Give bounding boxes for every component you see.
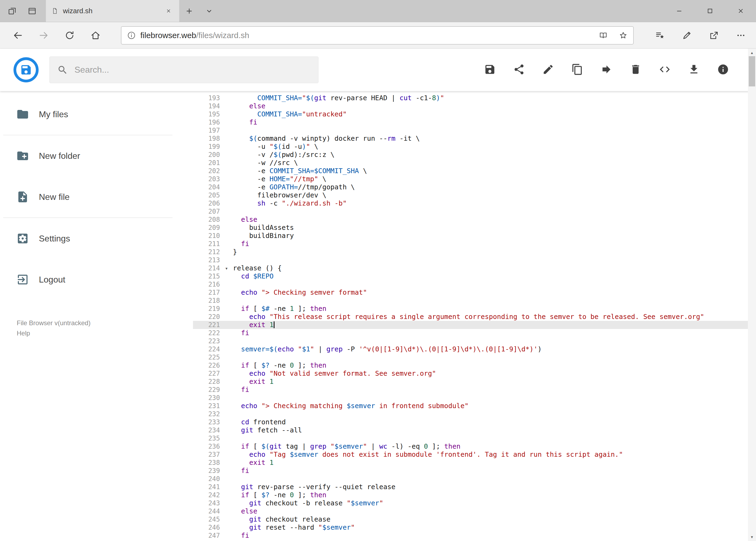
page-scrollbar[interactable]: ▲ ▼ [748,49,756,541]
code-line-247[interactable]: 247 fi [193,532,748,540]
code-line-211[interactable]: 211 fi [193,240,748,248]
code-line-194[interactable]: 194 else [193,102,748,110]
code-line-222[interactable]: 222 fi [193,329,748,337]
code-line-210[interactable]: 210 buildBinary [193,232,748,240]
download-button[interactable] [688,64,700,76]
code-line-201[interactable]: 201 -w //src \ [193,159,748,167]
sidebar-item-new-file[interactable]: New file [0,176,193,218]
rename-button[interactable] [542,64,554,76]
code-line-207[interactable]: 207 [193,208,748,216]
code-line-220[interactable]: 220 echo "This release script requires a… [193,313,748,321]
sidebar-item-settings[interactable]: Settings [0,218,193,259]
code-line-243[interactable]: 243 git checkout -b release "$semver" [193,499,748,507]
code-line-205[interactable]: 205 filebrowser/dev \ [193,191,748,199]
code-line-235[interactable]: 235 [193,434,748,442]
code-line-213[interactable]: 213 [193,256,748,264]
code-line-229[interactable]: 229 fi [193,386,748,394]
code-line-230[interactable]: 230 [193,394,748,402]
code-line-195[interactable]: 195 COMMIT_SHA="untracked" [193,110,748,118]
code-line-226[interactable]: 226 if [ $? -ne 0 ]; then [193,361,748,369]
delete-button[interactable] [630,64,641,76]
code-line-233[interactable]: 233 cd frontend [193,418,748,426]
code-line-223[interactable]: 223 [193,337,748,345]
code-line-197[interactable]: 197 [193,126,748,135]
sidebar-item-logout[interactable]: Logout [0,259,193,300]
code-line-239[interactable]: 239 fi [193,467,748,475]
copy-button[interactable] [571,64,583,76]
code-line-212[interactable]: 212} [193,248,748,256]
help-link[interactable]: Help [17,328,91,338]
scroll-up-arrow-icon[interactable]: ▲ [748,49,756,57]
tab-preview-icon[interactable] [22,0,42,22]
back-icon[interactable] [5,25,31,46]
code-line-234[interactable]: 234 git fetch --all [193,426,748,434]
code-line-225[interactable]: 225 [193,353,748,361]
minimize-button[interactable] [664,0,694,22]
code-line-214[interactable]: 214▾release () { [193,264,748,272]
set-tabs-aside-icon[interactable] [2,0,22,22]
code-line-237[interactable]: 237 echo "Tag $semver does not exist in … [193,450,748,459]
code-text: -v /$(pwd):/src:z \ [220,151,335,159]
code-line-219[interactable]: 219 if [ $# -ne 1 ]; then [193,305,748,313]
share-button[interactable] [513,64,525,76]
hub-favorites-icon[interactable] [650,25,670,46]
sidebar-item-new-folder[interactable]: New folder [0,135,193,176]
code-line-200[interactable]: 200 -v /$(pwd):/src:z \ [193,151,748,159]
site-info-icon[interactable] [127,31,136,40]
fold-arrow-icon[interactable]: ▾ [225,264,228,272]
forward-icon[interactable] [31,25,57,46]
code-line-245[interactable]: 245 git checkout release [193,515,748,523]
more-options-icon[interactable] [731,25,751,46]
code-line-196[interactable]: 196 fi [193,118,748,126]
scrollbar-thumb[interactable] [749,56,755,86]
code-line-203[interactable]: 203 -e HOME="//tmp" \ [193,175,748,183]
code-line-227[interactable]: 227 echo "Not valid semver format. See s… [193,369,748,377]
code-line-217[interactable]: 217 echo "> Checking semver format" [193,288,748,296]
code-line-221[interactable]: 221 exit 1 [193,321,748,329]
filebrowser-logo[interactable] [13,57,39,83]
code-editor[interactable]: 193 COMMIT_SHA="$(git rev-parse HEAD | c… [193,91,748,541]
code-line-240[interactable]: 240 [193,475,748,483]
sidebar-item-my-files[interactable]: My files [0,94,193,135]
code-line-241[interactable]: 241 git rev-parse --verify --quiet relea… [193,483,748,491]
refresh-icon[interactable] [57,25,83,46]
code-line-202[interactable]: 202 -e COMMIT_SHA=$COMMIT_SHA \ [193,167,748,175]
code-line-206[interactable]: 206 sh -c "./wizard.sh -b" [193,199,748,208]
code-line-228[interactable]: 228 exit 1 [193,377,748,386]
favorite-star-icon[interactable] [616,28,631,43]
code-line-238[interactable]: 238 exit 1 [193,459,748,467]
new-tab-button[interactable] [179,0,199,22]
save-button[interactable] [484,64,496,76]
raw-code-button[interactable] [659,64,671,76]
browser-tab[interactable]: wizard.sh [46,0,179,22]
reading-view-icon[interactable] [596,28,611,43]
tab-close-icon[interactable] [163,6,174,16]
web-note-pen-icon[interactable] [677,25,697,46]
move-button[interactable] [601,64,613,76]
code-line-209[interactable]: 209 buildAssets [193,224,748,232]
code-line-193[interactable]: 193 COMMIT_SHA="$(git rev-parse HEAD | c… [193,94,748,102]
home-icon[interactable] [83,25,109,46]
code-line-198[interactable]: 198 $(command -v winpty) docker run --rm… [193,135,748,143]
share-page-icon[interactable] [704,25,724,46]
maximize-button[interactable] [694,0,725,22]
code-line-246[interactable]: 246 git reset --hard "$semver" [193,523,748,532]
code-line-231[interactable]: 231 echo "> Checking matching $semver in… [193,402,748,410]
code-line-215[interactable]: 215 cd $REPO [193,272,748,280]
code-line-216[interactable]: 216 [193,280,748,288]
code-line-224[interactable]: 224 semver=$(echo "$1" | grep -P '^v(0|[… [193,345,748,353]
code-line-218[interactable]: 218 [193,296,748,305]
code-line-204[interactable]: 204 -e GOPATH=//tmp/gopath \ [193,183,748,191]
code-line-199[interactable]: 199 -u "$(id -u)" \ [193,143,748,151]
scroll-down-arrow-icon[interactable]: ▼ [748,533,756,541]
close-button[interactable] [725,0,756,22]
code-line-208[interactable]: 208 else [193,216,748,224]
code-line-236[interactable]: 236 if [ $(git tag | grep "$semver" | wc… [193,442,748,450]
info-button[interactable] [717,64,729,76]
code-line-244[interactable]: 244 else [193,507,748,515]
code-line-242[interactable]: 242 if [ $? -ne 0 ]; then [193,491,748,499]
search-bar[interactable]: Search... [49,56,319,83]
address-bar[interactable]: filebrowser.web/files/wizard.sh [121,26,634,45]
code-line-232[interactable]: 232 [193,410,748,418]
tab-preview-chevron-icon[interactable] [199,0,219,22]
